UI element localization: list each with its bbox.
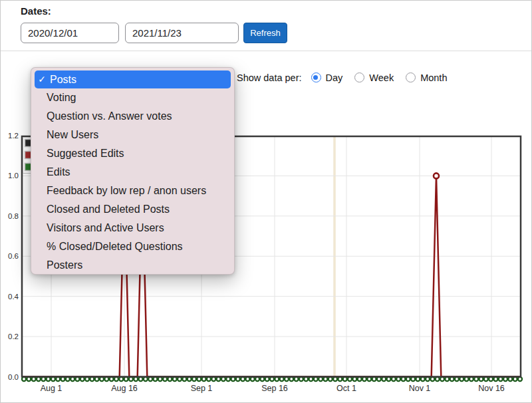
- green-daily-marker: [124, 377, 128, 381]
- green-daily-marker: [104, 377, 108, 381]
- green-daily-marker: [265, 377, 269, 381]
- green-daily-marker: [362, 377, 366, 381]
- x-tick-label: Sep 16: [261, 384, 288, 393]
- green-daily-marker: [401, 377, 405, 381]
- green-daily-marker: [70, 377, 74, 381]
- green-daily-marker: [348, 377, 352, 381]
- radio-option-day[interactable]: Day: [311, 72, 343, 83]
- green-daily-marker: [56, 377, 60, 381]
- menu-item-label: Edits: [47, 166, 70, 178]
- menu-item-label: Posters: [47, 259, 82, 271]
- menu-item-closed-and-deleted-posts[interactable]: Closed and Deleted Posts: [31, 200, 234, 219]
- menu-item-new-users[interactable]: New Users: [31, 126, 234, 144]
- green-daily-marker: [211, 377, 215, 381]
- menu-item-edits[interactable]: Edits: [31, 163, 234, 182]
- menu-item-suggested-edits[interactable]: Suggested Edits: [31, 144, 234, 163]
- green-daily-marker: [61, 377, 65, 381]
- radio-icon[interactable]: [406, 72, 416, 82]
- metric-dropdown-menu[interactable]: ✓PostsVotingQuestion vs. Answer votesNew…: [31, 67, 235, 275]
- green-daily-marker: [289, 377, 293, 381]
- radio-icon[interactable]: [311, 72, 321, 82]
- spike-peak-marker: [434, 173, 439, 178]
- mod-analytics-page: Dates: Refresh 0.00.20.40.60.81.01.2Aug …: [0, 0, 532, 403]
- green-daily-marker: [372, 377, 376, 381]
- radio-option-week[interactable]: Week: [354, 72, 394, 83]
- green-daily-marker: [22, 377, 26, 381]
- green-daily-marker: [333, 377, 337, 381]
- green-daily-marker: [129, 377, 133, 381]
- refresh-button[interactable]: Refresh: [243, 23, 287, 43]
- menu-item-label: Posts: [50, 70, 76, 88]
- date-from-input[interactable]: [21, 23, 119, 43]
- y-tick-label: 0.6: [8, 252, 19, 260]
- green-daily-marker: [148, 377, 152, 381]
- green-daily-marker: [426, 377, 430, 381]
- menu-item-voting[interactable]: Voting: [31, 88, 234, 107]
- green-daily-marker: [236, 377, 240, 381]
- green-daily-marker: [173, 377, 177, 381]
- green-daily-marker: [260, 377, 264, 381]
- green-daily-marker: [484, 377, 488, 381]
- green-daily-marker: [314, 377, 318, 381]
- green-daily-marker: [411, 377, 415, 381]
- green-daily-marker: [207, 377, 211, 381]
- green-daily-marker: [231, 377, 235, 381]
- green-daily-marker: [358, 377, 362, 381]
- date-to-input[interactable]: [125, 23, 239, 43]
- menu-item-closed-deleted-questions[interactable]: % Closed/Deleted Questions: [31, 237, 234, 256]
- green-daily-marker: [114, 377, 118, 381]
- green-daily-marker: [51, 377, 55, 381]
- green-daily-marker: [392, 377, 396, 381]
- green-daily-marker: [352, 377, 356, 381]
- y-tick-label: 1.2: [8, 132, 19, 140]
- green-daily-marker: [377, 377, 381, 381]
- green-daily-marker: [421, 377, 425, 381]
- green-daily-marker: [75, 377, 79, 381]
- green-daily-marker: [343, 377, 347, 381]
- green-daily-marker: [251, 377, 255, 381]
- green-daily-marker: [518, 377, 522, 381]
- green-daily-marker: [323, 377, 327, 381]
- radio-icon[interactable]: [354, 72, 364, 82]
- green-daily-marker: [202, 377, 206, 381]
- radio-label: Week: [369, 72, 394, 83]
- green-daily-marker: [37, 377, 41, 381]
- green-daily-marker: [168, 377, 172, 381]
- radio-label: Day: [326, 72, 343, 83]
- radio-option-month[interactable]: Month: [406, 72, 447, 83]
- green-daily-marker: [119, 377, 123, 381]
- green-daily-marker: [338, 377, 342, 381]
- menu-item-label: Closed and Deleted Posts: [47, 203, 170, 215]
- green-daily-marker: [382, 377, 386, 381]
- green-daily-marker: [47, 377, 51, 381]
- green-daily-marker: [469, 377, 473, 381]
- green-daily-marker: [182, 377, 186, 381]
- green-daily-marker: [192, 377, 196, 381]
- menu-item-posts[interactable]: ✓Posts: [35, 70, 231, 88]
- x-tick-label: Sep 1: [191, 384, 213, 393]
- green-daily-marker: [197, 377, 201, 381]
- green-daily-marker: [295, 377, 299, 381]
- green-daily-marker: [275, 377, 279, 381]
- menu-item-posters[interactable]: Posters: [31, 256, 234, 275]
- green-daily-marker: [85, 377, 89, 381]
- y-tick-label: 0.8: [8, 212, 19, 220]
- green-daily-marker: [450, 377, 454, 381]
- green-daily-marker: [319, 377, 323, 381]
- green-daily-marker: [95, 377, 99, 381]
- green-daily-marker: [100, 377, 104, 381]
- menu-item-visitors-and-active-users[interactable]: Visitors and Active Users: [31, 219, 234, 237]
- menu-item-feedback-by-low-rep-anon-users[interactable]: Feedback by low rep / anon users: [31, 182, 234, 200]
- green-daily-marker: [90, 377, 94, 381]
- green-daily-marker: [436, 377, 440, 381]
- green-daily-marker: [178, 377, 182, 381]
- checkmark-icon: ✓: [37, 70, 47, 88]
- granularity-options: DayWeekMonth: [311, 72, 460, 83]
- green-daily-marker: [158, 377, 162, 381]
- dates-label: Dates:: [21, 5, 51, 17]
- menu-item-question-vs-answer-votes[interactable]: Question vs. Answer votes: [31, 107, 234, 126]
- green-daily-marker: [367, 377, 371, 381]
- green-daily-marker: [503, 377, 507, 381]
- green-daily-marker: [221, 377, 225, 381]
- green-daily-marker: [138, 377, 142, 381]
